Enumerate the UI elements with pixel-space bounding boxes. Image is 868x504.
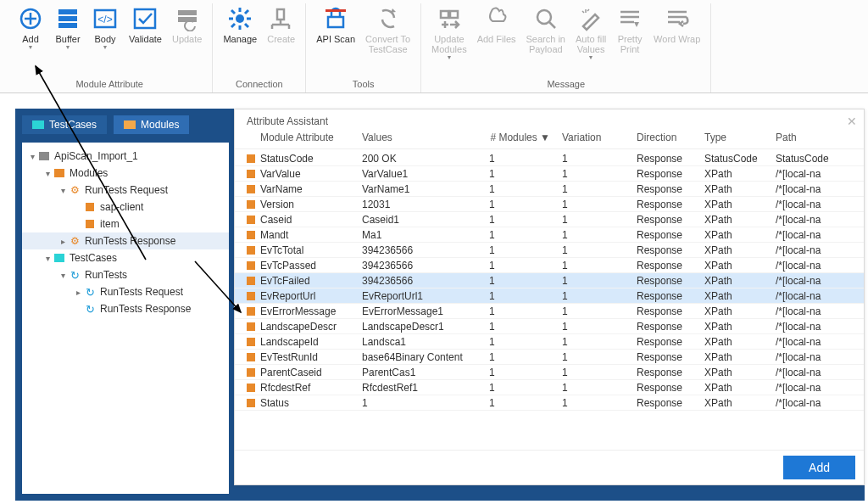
upd-mod-icon (436, 5, 463, 32)
tree-twisty-icon[interactable]: ▾ (42, 169, 53, 178)
grid-body[interactable]: StatusCode200 OK11ResponseStatusCodeStat… (235, 149, 864, 450)
grid-row[interactable]: EvReportUrlEvReportUrl111ResponseXPath/*… (235, 288, 864, 304)
tree-twisty-icon[interactable]: ▾ (58, 271, 68, 280)
cell-attr: Mandt (260, 229, 362, 241)
convert-button: Convert To TestCase (360, 3, 415, 77)
cell-type: XPath (704, 183, 776, 195)
tree-twisty-icon[interactable]: ▾ (42, 254, 53, 263)
grid-row[interactable]: Version1203111ResponseXPath/*[local-na (235, 197, 864, 212)
cell-attr: LandscapeDescr (260, 321, 362, 333)
svg-point-29 (537, 10, 551, 24)
grid-row[interactable]: CaseidCaseid111ResponseXPath/*[local-na (235, 212, 864, 227)
tree-item[interactable]: ▸↻RunTests Request (22, 283, 229, 300)
folder-icon (32, 120, 44, 129)
tree-item[interactable]: ▾⚙RunTests Request (22, 182, 229, 199)
cell-type: XPath (704, 305, 776, 317)
cell-path: /*[local-na (776, 351, 864, 363)
svg-line-18 (231, 24, 235, 27)
col-values[interactable]: Values (362, 132, 489, 143)
cell-path: /*[local-na (776, 168, 864, 180)
folder-cyan-icon (53, 252, 66, 264)
grid-row[interactable]: EvTcTotal39423656611ResponseXPath/*[loca… (235, 243, 864, 258)
col-variation[interactable]: Variation (562, 132, 637, 143)
cell-variation: 1 (562, 305, 637, 317)
col-modules[interactable]: # Modules ▼ (489, 132, 562, 143)
upd-mod-button: Update Modules▼ (426, 3, 472, 77)
tree-item-label: ApiScan_Import_1 (54, 150, 138, 162)
grid-row[interactable]: RfcdestRefRfcdestRef111ResponseXPath/*[l… (235, 380, 864, 395)
add-button[interactable]: Add▼ (12, 3, 49, 77)
manage-button[interactable]: Manage (218, 3, 262, 77)
tree-twisty-icon[interactable]: ▸ (58, 237, 68, 246)
add-button[interactable]: Add (783, 456, 855, 479)
ribbon: Add▼Buffer▼</>Body▼ValidateUpdateModule … (0, 0, 868, 93)
cell-direction: Response (637, 336, 704, 348)
tree-item[interactable]: item (22, 216, 229, 232)
cell-attr: VarValue (260, 168, 362, 180)
tab-label: Modules (141, 119, 179, 131)
grid-row[interactable]: LandscapeDescrLandscapeDescr111ResponseX… (235, 319, 864, 334)
chevron-down-icon: ▼ (28, 44, 34, 50)
grid-row[interactable]: VarValueVarValue111ResponseXPath/*[local… (235, 166, 864, 182)
tree-item[interactable]: ▾ApiScan_Import_1 (22, 148, 229, 165)
grid-row[interactable]: EvTestRunIdbase64Binary Content11Respons… (235, 350, 864, 365)
tree-item-label: item (100, 218, 120, 230)
cell-modules: 1 (489, 305, 562, 317)
pretty-button: Pretty Print (611, 3, 648, 77)
cell-type: StatusCode (704, 153, 776, 165)
grid-row[interactable]: MandtMa111ResponseXPath/*[local-na (235, 227, 864, 243)
cell-value: 12031 (362, 199, 489, 210)
api-scan-button[interactable]: API Scan (311, 3, 360, 77)
tree-item[interactable]: ▾Modules (22, 165, 229, 182)
ribbon-group-title: Connection (218, 77, 300, 92)
buffer-button[interactable]: Buffer▼ (49, 3, 86, 77)
cell-variation: 1 (562, 183, 637, 195)
grid-row[interactable]: StatusCode200 OK11ResponseStatusCodeStat… (235, 151, 864, 166)
module-icon (247, 368, 255, 377)
close-icon[interactable]: ✕ (847, 115, 857, 128)
col-path[interactable]: Path (776, 132, 857, 143)
cell-attr: EvReportUrl (260, 290, 362, 302)
module-icon (247, 399, 255, 407)
assist-title: Attribute Assistant (247, 115, 328, 127)
cell-path: /*[local-na (776, 382, 864, 394)
cell-attr: EvTcPassed (260, 260, 362, 272)
grid-row[interactable]: LandscapeIdLandsca111ResponseXPath/*[loc… (235, 334, 864, 350)
tree-twisty-icon[interactable]: ▾ (58, 186, 68, 195)
grid-row[interactable]: EvTcPassed39423656611ResponseXPath/*[loc… (235, 258, 864, 273)
tree-twisty-icon[interactable]: ▸ (73, 288, 83, 297)
grid-row[interactable]: EvTcFailed39423656611ResponseXPath/*[loc… (235, 273, 864, 288)
tree-item[interactable]: ↻RunTests Response (22, 300, 229, 317)
col-module-attribute[interactable]: Module Attribute (260, 132, 362, 143)
tree-item[interactable]: ▸⚙RunTests Response (22, 232, 229, 249)
gear-orange-icon: ⚙ (68, 235, 81, 247)
module-icon (247, 307, 255, 316)
body-button[interactable]: </>Body▼ (86, 3, 124, 77)
col-direction[interactable]: Direction (637, 132, 704, 143)
cell-modules: 1 (489, 290, 562, 302)
tree-item[interactable]: ▾TestCases (22, 249, 229, 266)
cell-attr: VarName (260, 183, 362, 195)
svg-rect-28 (450, 11, 458, 18)
cell-attr: StatusCode (260, 153, 362, 165)
ribbon-button-label: Update Modules (431, 34, 467, 54)
tree-item[interactable]: ▾↻RunTests (22, 266, 229, 283)
cell-direction: Response (637, 153, 704, 165)
svg-rect-3 (58, 9, 77, 14)
cell-modules: 1 (489, 321, 562, 333)
grid-row[interactable]: ParentCaseidParentCas111ResponseXPath/*[… (235, 365, 864, 380)
manage-icon (226, 5, 253, 32)
col-type[interactable]: Type (704, 132, 776, 143)
cell-modules: 1 (489, 183, 562, 195)
cell-path: /*[local-na (776, 229, 864, 241)
tree-item[interactable]: sap-client (22, 199, 229, 216)
grid-row[interactable]: VarNameVarName111ResponseXPath/*[local-n… (235, 182, 864, 197)
tree-twisty-icon[interactable]: ▾ (27, 152, 37, 161)
cell-attr: EvTestRunId (260, 351, 362, 363)
tab-testcases[interactable]: TestCases (22, 115, 107, 134)
validate-button[interactable]: Validate (124, 3, 167, 77)
grid-row[interactable]: Status111ResponseXPath/*[local-na (235, 395, 864, 411)
cell-direction: Response (637, 321, 704, 333)
grid-row[interactable]: EvErrorMessageEvErrorMessage111ResponseX… (235, 304, 864, 319)
tab-modules[interactable]: Modules (114, 115, 189, 134)
